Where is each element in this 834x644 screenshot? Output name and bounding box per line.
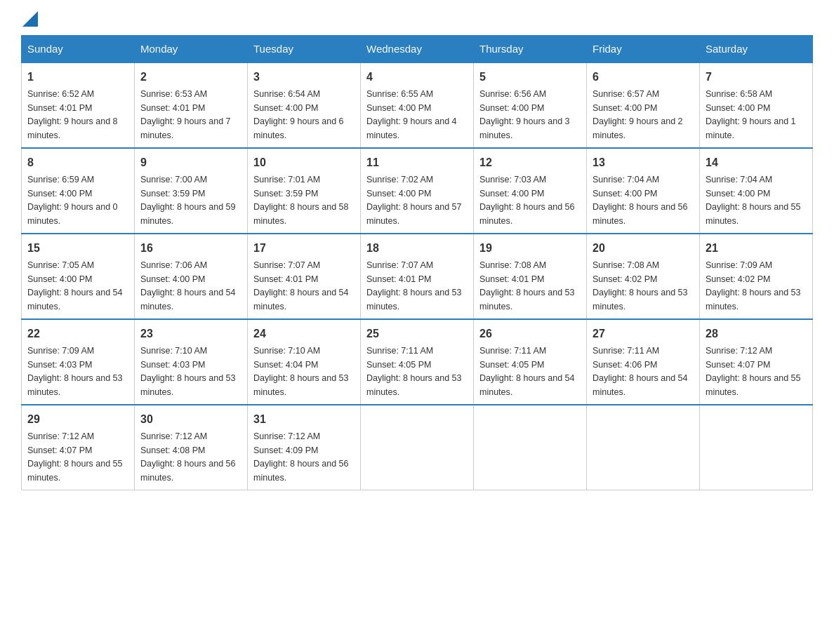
day-number: 13 bbox=[593, 154, 694, 171]
calendar-table: SundayMondayTuesdayWednesdayThursdayFrid… bbox=[21, 35, 813, 490]
day-info: Sunrise: 6:54 AMSunset: 4:00 PMDaylight:… bbox=[253, 89, 344, 140]
page-header bbox=[21, 14, 813, 21]
day-number: 19 bbox=[479, 240, 581, 257]
header-sunday: Sunday bbox=[22, 36, 135, 63]
day-cell-7: 7Sunrise: 6:58 AMSunset: 4:00 PMDaylight… bbox=[700, 62, 813, 148]
day-number: 6 bbox=[593, 69, 694, 86]
day-cell-20: 20Sunrise: 7:08 AMSunset: 4:02 PMDayligh… bbox=[587, 234, 700, 319]
day-cell-5: 5Sunrise: 6:56 AMSunset: 4:00 PMDaylight… bbox=[474, 62, 587, 148]
day-info: Sunrise: 7:12 AMSunset: 4:07 PMDaylight:… bbox=[706, 346, 801, 397]
day-number: 17 bbox=[253, 240, 355, 257]
day-cell-17: 17Sunrise: 7:07 AMSunset: 4:01 PMDayligh… bbox=[248, 234, 361, 319]
day-number: 24 bbox=[253, 326, 355, 342]
day-number: 23 bbox=[140, 326, 241, 342]
day-cell-19: 19Sunrise: 7:08 AMSunset: 4:01 PMDayligh… bbox=[474, 234, 587, 319]
day-info: Sunrise: 7:12 AMSunset: 4:09 PMDaylight:… bbox=[253, 431, 349, 483]
day-number: 10 bbox=[253, 154, 355, 171]
calendar-body: 1Sunrise: 6:52 AMSunset: 4:01 PMDaylight… bbox=[22, 62, 813, 490]
day-number: 12 bbox=[479, 154, 581, 171]
day-cell-22: 22Sunrise: 7:09 AMSunset: 4:03 PMDayligh… bbox=[22, 319, 135, 405]
day-number: 31 bbox=[253, 411, 355, 428]
day-info: Sunrise: 6:59 AMSunset: 4:00 PMDaylight:… bbox=[27, 175, 118, 226]
header-friday: Friday bbox=[587, 36, 700, 63]
day-cell-28: 28Sunrise: 7:12 AMSunset: 4:07 PMDayligh… bbox=[700, 319, 813, 405]
day-number: 1 bbox=[27, 69, 128, 86]
day-number: 25 bbox=[366, 326, 468, 342]
day-info: Sunrise: 6:52 AMSunset: 4:01 PMDaylight:… bbox=[27, 89, 118, 140]
day-cell-25: 25Sunrise: 7:11 AMSunset: 4:05 PMDayligh… bbox=[361, 319, 474, 405]
day-info: Sunrise: 7:10 AMSunset: 4:04 PMDaylight:… bbox=[253, 346, 349, 397]
day-cell-8: 8Sunrise: 6:59 AMSunset: 4:00 PMDaylight… bbox=[22, 148, 135, 234]
day-number: 11 bbox=[366, 154, 468, 171]
header-wednesday: Wednesday bbox=[361, 36, 474, 63]
day-info: Sunrise: 7:12 AMSunset: 4:07 PMDaylight:… bbox=[27, 431, 123, 483]
day-cell-13: 13Sunrise: 7:04 AMSunset: 4:00 PMDayligh… bbox=[587, 148, 700, 234]
day-number: 8 bbox=[27, 154, 128, 171]
day-number: 30 bbox=[140, 411, 241, 428]
day-cell-1: 1Sunrise: 6:52 AMSunset: 4:01 PMDaylight… bbox=[22, 62, 135, 148]
logo-triangle-icon bbox=[22, 11, 38, 27]
day-info: Sunrise: 7:02 AMSunset: 4:00 PMDaylight:… bbox=[366, 175, 462, 226]
day-cell-18: 18Sunrise: 7:07 AMSunset: 4:01 PMDayligh… bbox=[361, 234, 474, 319]
day-cell-31: 31Sunrise: 7:12 AMSunset: 4:09 PMDayligh… bbox=[248, 405, 361, 490]
day-number: 28 bbox=[706, 326, 807, 342]
day-cell-10: 10Sunrise: 7:01 AMSunset: 3:59 PMDayligh… bbox=[248, 148, 361, 234]
day-info: Sunrise: 7:09 AMSunset: 4:03 PMDaylight:… bbox=[27, 346, 123, 397]
day-info: Sunrise: 7:04 AMSunset: 4:00 PMDaylight:… bbox=[593, 175, 688, 226]
day-cell-15: 15Sunrise: 7:05 AMSunset: 4:00 PMDayligh… bbox=[22, 234, 135, 319]
day-number: 29 bbox=[27, 411, 128, 428]
day-info: Sunrise: 7:05 AMSunset: 4:00 PMDaylight:… bbox=[27, 260, 123, 311]
day-info: Sunrise: 6:53 AMSunset: 4:01 PMDaylight:… bbox=[140, 89, 231, 140]
day-info: Sunrise: 6:55 AMSunset: 4:00 PMDaylight:… bbox=[366, 89, 457, 140]
header-saturday: Saturday bbox=[700, 36, 813, 63]
day-number: 3 bbox=[253, 69, 355, 86]
day-info: Sunrise: 7:11 AMSunset: 4:05 PMDaylight:… bbox=[366, 346, 462, 397]
empty-cell bbox=[700, 405, 813, 490]
day-info: Sunrise: 6:58 AMSunset: 4:00 PMDaylight:… bbox=[706, 89, 796, 140]
day-info: Sunrise: 7:06 AMSunset: 4:00 PMDaylight:… bbox=[140, 260, 236, 311]
day-cell-21: 21Sunrise: 7:09 AMSunset: 4:02 PMDayligh… bbox=[700, 234, 813, 319]
day-cell-29: 29Sunrise: 7:12 AMSunset: 4:07 PMDayligh… bbox=[22, 405, 135, 490]
week-row-2: 8Sunrise: 6:59 AMSunset: 4:00 PMDaylight… bbox=[22, 148, 813, 234]
logo bbox=[21, 14, 38, 21]
day-info: Sunrise: 7:09 AMSunset: 4:02 PMDaylight:… bbox=[706, 260, 801, 311]
day-cell-12: 12Sunrise: 7:03 AMSunset: 4:00 PMDayligh… bbox=[474, 148, 587, 234]
day-number: 22 bbox=[27, 326, 128, 342]
empty-cell bbox=[474, 405, 587, 490]
day-number: 26 bbox=[479, 326, 581, 342]
week-row-5: 29Sunrise: 7:12 AMSunset: 4:07 PMDayligh… bbox=[22, 405, 813, 490]
day-number: 18 bbox=[366, 240, 468, 257]
day-cell-23: 23Sunrise: 7:10 AMSunset: 4:03 PMDayligh… bbox=[135, 319, 248, 405]
day-number: 27 bbox=[593, 326, 694, 342]
day-number: 9 bbox=[140, 154, 241, 171]
header-thursday: Thursday bbox=[474, 36, 587, 63]
day-number: 16 bbox=[140, 240, 241, 257]
day-number: 2 bbox=[140, 69, 241, 86]
day-info: Sunrise: 7:08 AMSunset: 4:02 PMDaylight:… bbox=[593, 260, 688, 311]
day-cell-26: 26Sunrise: 7:11 AMSunset: 4:05 PMDayligh… bbox=[474, 319, 587, 405]
day-number: 20 bbox=[593, 240, 694, 257]
svg-marker-0 bbox=[22, 11, 38, 27]
day-cell-11: 11Sunrise: 7:02 AMSunset: 4:00 PMDayligh… bbox=[361, 148, 474, 234]
day-info: Sunrise: 7:08 AMSunset: 4:01 PMDaylight:… bbox=[479, 260, 575, 311]
day-cell-2: 2Sunrise: 6:53 AMSunset: 4:01 PMDaylight… bbox=[135, 62, 248, 148]
day-number: 14 bbox=[706, 154, 807, 171]
week-row-3: 15Sunrise: 7:05 AMSunset: 4:00 PMDayligh… bbox=[22, 234, 813, 319]
day-info: Sunrise: 7:07 AMSunset: 4:01 PMDaylight:… bbox=[253, 260, 349, 311]
day-number: 7 bbox=[706, 69, 807, 86]
day-info: Sunrise: 7:10 AMSunset: 4:03 PMDaylight:… bbox=[140, 346, 236, 397]
day-info: Sunrise: 7:00 AMSunset: 3:59 PMDaylight:… bbox=[140, 175, 236, 226]
week-row-4: 22Sunrise: 7:09 AMSunset: 4:03 PMDayligh… bbox=[22, 319, 813, 405]
header-row: SundayMondayTuesdayWednesdayThursdayFrid… bbox=[22, 36, 813, 63]
day-number: 21 bbox=[706, 240, 807, 257]
day-info: Sunrise: 6:57 AMSunset: 4:00 PMDaylight:… bbox=[593, 89, 683, 140]
day-cell-30: 30Sunrise: 7:12 AMSunset: 4:08 PMDayligh… bbox=[135, 405, 248, 490]
day-cell-24: 24Sunrise: 7:10 AMSunset: 4:04 PMDayligh… bbox=[248, 319, 361, 405]
empty-cell bbox=[587, 405, 700, 490]
day-cell-14: 14Sunrise: 7:04 AMSunset: 4:00 PMDayligh… bbox=[700, 148, 813, 234]
day-info: Sunrise: 7:04 AMSunset: 4:00 PMDaylight:… bbox=[706, 175, 801, 226]
day-info: Sunrise: 7:11 AMSunset: 4:06 PMDaylight:… bbox=[593, 346, 688, 397]
day-number: 5 bbox=[479, 69, 581, 86]
day-info: Sunrise: 7:11 AMSunset: 4:05 PMDaylight:… bbox=[479, 346, 575, 397]
day-cell-27: 27Sunrise: 7:11 AMSunset: 4:06 PMDayligh… bbox=[587, 319, 700, 405]
